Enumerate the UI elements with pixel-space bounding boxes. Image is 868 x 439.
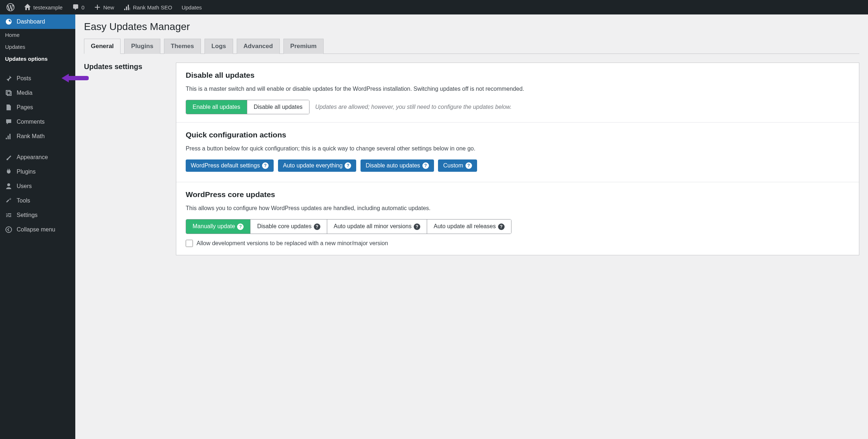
wrench-icon <box>5 197 12 204</box>
button-label: Manually update <box>193 223 235 229</box>
sidebar-item-appearance[interactable]: Appearance <box>0 150 75 165</box>
sidebar-label: Media <box>17 90 33 96</box>
sidebar-label: Pages <box>17 104 33 111</box>
help-icon: ? <box>314 223 320 230</box>
page-title: Easy Updates Manager <box>84 21 859 33</box>
pin-icon <box>5 75 12 82</box>
sidebar-label: Plugins <box>17 169 35 175</box>
help-icon: ? <box>345 162 351 169</box>
tab-advanced[interactable]: Advanced <box>237 39 280 54</box>
sidebar-label: Tools <box>17 197 30 204</box>
sidebar-sub-updates[interactable]: Updates <box>0 41 75 53</box>
plug-icon <box>5 168 12 175</box>
disable-core-updates-button[interactable]: Disable core updates? <box>250 220 326 234</box>
sidebar-item-plugins[interactable]: Plugins <box>0 165 75 179</box>
wordpress-icon <box>7 3 14 11</box>
rankmath-label: Rank Math SEO <box>133 4 172 10</box>
button-label: Auto update all releases <box>434 223 496 229</box>
section-desc: This allows you to configure how WordPre… <box>186 204 850 213</box>
tab-general[interactable]: General <box>84 39 121 54</box>
help-icon: ? <box>498 223 505 230</box>
sidebar-item-media[interactable]: Media <box>0 86 75 100</box>
button-label: Disable core updates <box>257 223 311 229</box>
toggle-all-updates: Enable all updates Disable all updates <box>186 100 309 114</box>
wp-logo[interactable] <box>4 0 17 14</box>
tab-plugins[interactable]: Plugins <box>124 39 160 54</box>
sidebar-item-users[interactable]: Users <box>0 179 75 193</box>
auto-update-everything-button[interactable]: Auto update everything ? <box>278 159 357 172</box>
section-title: WordPress core updates <box>186 190 850 199</box>
sidebar-label: Users <box>17 183 32 189</box>
comment-icon <box>72 4 79 11</box>
tab-logs[interactable]: Logs <box>205 39 233 54</box>
home-icon <box>24 4 31 11</box>
button-label: WordPress default settings <box>191 162 260 169</box>
button-label: Auto update everything <box>283 162 343 169</box>
button-label: Auto update all minor versions <box>334 223 412 229</box>
media-icon <box>5 89 12 97</box>
sidebar-item-posts[interactable]: Posts <box>0 71 75 86</box>
sidebar-item-settings[interactable]: Settings <box>0 208 75 222</box>
sidebar-label: Rank Math <box>17 133 45 140</box>
section-desc: Press a button below for quick configura… <box>186 144 850 153</box>
admin-sidebar: Dashboard Home Updates Updates options P… <box>0 14 75 439</box>
sidebar-sub-updates-options[interactable]: Updates options <box>0 53 75 65</box>
section-disable-all: Disable all updates This is a master swi… <box>176 63 859 123</box>
sidebar-collapse[interactable]: Collapse menu <box>0 222 75 237</box>
disable-auto-updates-button[interactable]: Disable auto updates ? <box>361 159 434 172</box>
checkbox-label: Allow development versions to be replace… <box>197 240 388 247</box>
manually-update-button[interactable]: Manually update? <box>186 220 250 234</box>
chart-icon <box>5 133 12 140</box>
sidebar-item-comments[interactable]: Comments <box>0 115 75 129</box>
tabs: General Plugins Themes Logs Advanced Pre… <box>84 38 859 54</box>
allow-dev-versions-checkbox[interactable] <box>186 240 193 247</box>
new-link[interactable]: New <box>91 0 117 14</box>
custom-button[interactable]: Custom ? <box>438 159 477 172</box>
chart-icon <box>123 4 131 11</box>
section-core-updates: WordPress core updates This allows you t… <box>176 182 859 255</box>
auto-update-all-releases-button[interactable]: Auto update all releases? <box>427 220 511 234</box>
auto-update-minor-button[interactable]: Auto update all minor versions? <box>327 220 427 234</box>
help-icon: ? <box>414 223 420 230</box>
pages-icon <box>5 104 12 111</box>
sidebar-label: Appearance <box>17 154 48 161</box>
enable-all-updates-button[interactable]: Enable all updates <box>186 100 247 114</box>
site-name-label: testexample <box>33 4 63 10</box>
section-heading: Updates settings <box>84 63 167 71</box>
sidebar-label: Dashboard <box>17 18 45 25</box>
comments-link[interactable]: 0 <box>69 0 87 14</box>
core-update-mode: Manually update? Disable core updates? A… <box>186 219 511 234</box>
updates-link[interactable]: Updates <box>179 0 205 14</box>
section-quick-config: Quick configuration actions Press a butt… <box>176 123 859 182</box>
updates-hint: Updates are allowed; however, you still … <box>315 104 512 110</box>
sidebar-item-pages[interactable]: Pages <box>0 100 75 115</box>
help-icon: ? <box>465 162 472 169</box>
dashboard-icon <box>5 18 12 25</box>
tab-premium[interactable]: Premium <box>283 39 324 54</box>
user-icon <box>5 183 12 190</box>
sidebar-label: Collapse menu <box>17 226 55 233</box>
svg-point-0 <box>8 21 9 22</box>
site-name-link[interactable]: testexample <box>21 0 66 14</box>
updates-label: Updates <box>182 4 202 10</box>
tab-themes[interactable]: Themes <box>164 39 201 54</box>
sidebar-item-tools[interactable]: Tools <box>0 193 75 208</box>
section-title: Quick configuration actions <box>186 131 850 139</box>
comment-icon <box>5 118 12 125</box>
collapse-icon <box>5 226 12 233</box>
section-desc: This is a master switch and will enable … <box>186 85 850 93</box>
sidebar-item-dashboard[interactable]: Dashboard <box>0 14 75 29</box>
comments-count: 0 <box>81 4 84 10</box>
disable-all-updates-button[interactable]: Disable all updates <box>247 100 309 114</box>
plus-icon <box>94 4 101 11</box>
sidebar-label: Comments <box>17 119 45 125</box>
sidebar-sub-home[interactable]: Home <box>0 29 75 41</box>
brush-icon <box>5 154 12 161</box>
sidebar-item-rankmath[interactable]: Rank Math <box>0 129 75 144</box>
help-icon: ? <box>422 162 429 169</box>
wp-default-settings-button[interactable]: WordPress default settings ? <box>186 159 274 172</box>
rankmath-link[interactable]: Rank Math SEO <box>121 0 175 14</box>
help-icon: ? <box>262 162 269 169</box>
main-content: Easy Updates Manager General Plugins The… <box>75 14 868 439</box>
new-label: New <box>103 4 114 10</box>
